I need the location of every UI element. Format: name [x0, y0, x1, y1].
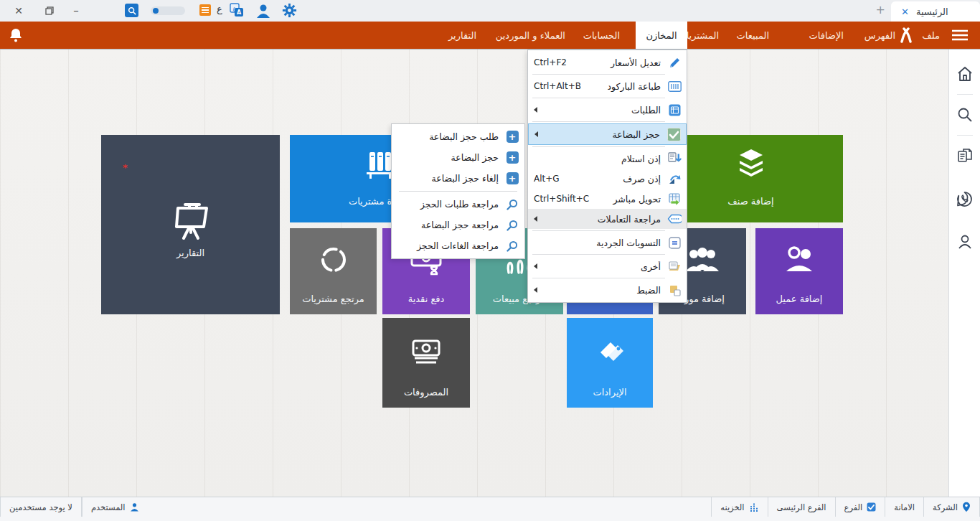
search-icon: [504, 239, 520, 253]
whatsapp-icon[interactable]: [956, 190, 974, 207]
window-close-icon[interactable]: ✕: [9, 0, 29, 22]
review-icon: [666, 212, 682, 226]
menu-item-clients-suppliers[interactable]: العملاء و الموردين: [493, 22, 568, 49]
status-branch[interactable]: الفرع: [835, 497, 885, 517]
quick-sidebar: [948, 50, 980, 497]
statusbar-right: الشركة الامانة الفرع الفرع الرئيسى الخزي…: [711, 497, 980, 517]
transfer-icon: [666, 192, 682, 206]
status-company[interactable]: الشركة: [923, 497, 980, 517]
submenu-arrow-icon: [534, 131, 538, 137]
search-button[interactable]: [125, 4, 138, 17]
search-icon: [504, 197, 520, 212]
app-window: ✕ – ع ع A: [0, 0, 980, 521]
inventory-adjust-icon: [666, 235, 682, 250]
person-icon[interactable]: [956, 233, 974, 250]
notification-bell-icon[interactable]: [7, 27, 24, 44]
user-profile-icon[interactable]: [255, 3, 271, 19]
map-pin-icon: [962, 502, 971, 512]
submenu-item-cancel-reserve[interactable]: + إلغاء حجز البضاعة: [392, 168, 524, 189]
settings-squares-icon: [666, 283, 682, 297]
menu-item-sales[interactable]: المبيعات: [734, 22, 772, 49]
search-icon[interactable]: [956, 106, 974, 123]
menu-item-print-barcode[interactable]: طباعة الباركود Ctrl+Alt+B: [528, 76, 687, 96]
svg-text:A: A: [237, 9, 242, 16]
expenses-icon: [382, 337, 470, 367]
status-user[interactable]: المستخدم: [82, 497, 148, 517]
menu-item-edit-prices[interactable]: تعديل الأسعار Ctrl+F2: [528, 52, 687, 72]
warehouses-dropdown-menu: تعديل الأسعار Ctrl+F2 طباعة الباركود Ctr…: [527, 50, 687, 303]
status-bar: الشركة الامانة الفرع الفرع الرئيسى الخزي…: [0, 497, 980, 521]
menu-item-receive-permit[interactable]: إذن استلام: [528, 149, 687, 169]
settings-gear-icon[interactable]: [281, 2, 298, 19]
new-tab-button[interactable]: +: [876, 3, 885, 17]
clients-icon: [755, 245, 843, 274]
other-icon: [666, 259, 682, 273]
list-button[interactable]: [199, 4, 211, 16]
revenues-icon: [567, 337, 653, 367]
tile-expenses[interactable]: المصروفات: [382, 318, 470, 408]
check-icon: [867, 502, 876, 512]
menu-item-reports[interactable]: التقارير: [446, 22, 479, 49]
menu-item-inventory-adjustments[interactable]: التسويات الجردية: [528, 233, 687, 253]
tab-home[interactable]: الرئيسية ✕: [891, 1, 980, 22]
translate-icon[interactable]: ع A: [228, 2, 244, 18]
submenu-arrow-icon: [534, 263, 537, 269]
menu-item-warehouses[interactable]: المخازن: [636, 22, 687, 49]
tile-badge: *: [123, 162, 128, 173]
menu-item-other[interactable]: أخرى: [528, 256, 687, 276]
dashboard-area: * التقارير فاتورة م: [0, 50, 980, 497]
plus-icon: +: [504, 172, 520, 186]
orders-icon: [666, 103, 682, 117]
submenu-item-review-reserved-goods[interactable]: مراجعة حجز البضاعة: [392, 215, 524, 235]
reserve-check-icon: [666, 127, 682, 141]
plus-icon: +: [504, 130, 520, 144]
menu-item-direct-transfer[interactable]: تحويل مباشر Ctrl+Shift+C: [528, 189, 687, 209]
menu-item-review-transactions[interactable]: مراجعة التعاملات: [528, 209, 687, 229]
statusbar-left: لا يوجد مستخدمين المستخدم: [0, 497, 148, 517]
tab-title: الرئيسية: [916, 6, 948, 17]
home-icon[interactable]: [956, 65, 974, 83]
toggle-knob-icon: [153, 8, 159, 14]
window-maximize-icon[interactable]: [40, 0, 59, 22]
hamburger-menu-icon[interactable]: [948, 22, 971, 49]
treasury-bars-icon: [749, 502, 759, 512]
menu-item-file[interactable]: ملف: [919, 22, 943, 49]
pencil-icon: [666, 55, 682, 70]
menu-item-addons[interactable]: الإضافات: [806, 22, 847, 49]
tile-revenues[interactable]: الإيرادات: [567, 318, 653, 408]
tile-purchase-return[interactable]: مرتجع مشتريات: [290, 228, 377, 314]
status-no-users[interactable]: لا يوجد مستخدمين: [0, 497, 82, 517]
window-minimize-icon[interactable]: –: [67, 0, 85, 22]
submenu-item-review-reserve-requests[interactable]: مراجعة طلبات الحجز: [392, 194, 524, 215]
menu-item-issue-permit[interactable]: إذن صرف Alt+G: [528, 169, 687, 189]
submenu-item-reserve-request[interactable]: + طلب حجز البضاعة: [392, 126, 524, 147]
arabic-language-letter[interactable]: ع: [217, 4, 222, 14]
search-icon: [504, 218, 520, 233]
status-treasury[interactable]: الخزينه: [711, 497, 767, 517]
main-menubar: ملف الفهرس الإضافات المبيعات المشتريات ا…: [0, 22, 980, 49]
presentation-icon: [101, 201, 280, 244]
refresh-icon: [290, 244, 377, 276]
submenu-item-review-cancellations[interactable]: مراجعة الغاءات الحجز: [392, 235, 524, 256]
plus-icon: +: [504, 151, 520, 165]
barcode-icon: [666, 79, 682, 93]
menu-item-orders[interactable]: الطلبات: [528, 100, 687, 120]
receive-icon: [666, 151, 682, 166]
menu-item-accounts[interactable]: الحسابات: [580, 22, 623, 49]
submenu-arrow-icon: [534, 287, 537, 293]
tab-close-icon[interactable]: ✕: [901, 6, 909, 17]
tile-reports[interactable]: * التقارير: [101, 135, 280, 314]
menu-item-reserve-goods[interactable]: حجز البضاعة: [528, 123, 687, 145]
reserve-goods-submenu: + طلب حجز البضاعة + حجز البضاعة + إلغاء …: [391, 123, 525, 259]
menu-item-settings[interactable]: الضبط: [528, 280, 687, 300]
copy-documents-icon[interactable]: [956, 147, 974, 164]
status-company-value[interactable]: الامانة: [885, 497, 923, 517]
tile-add-client[interactable]: إضافة عميل: [755, 228, 843, 314]
menu-item-index[interactable]: الفهرس: [862, 22, 915, 49]
title-bar: ✕ – ع ع A: [0, 0, 980, 22]
submenu-item-reserve-goods[interactable]: + حجز البضاعة: [392, 147, 524, 168]
status-main-branch[interactable]: الفرع الرئيسى: [768, 497, 835, 517]
theme-toggle[interactable]: [151, 6, 185, 15]
ribbon-icon: [900, 27, 913, 43]
submenu-arrow-icon: [534, 216, 537, 222]
